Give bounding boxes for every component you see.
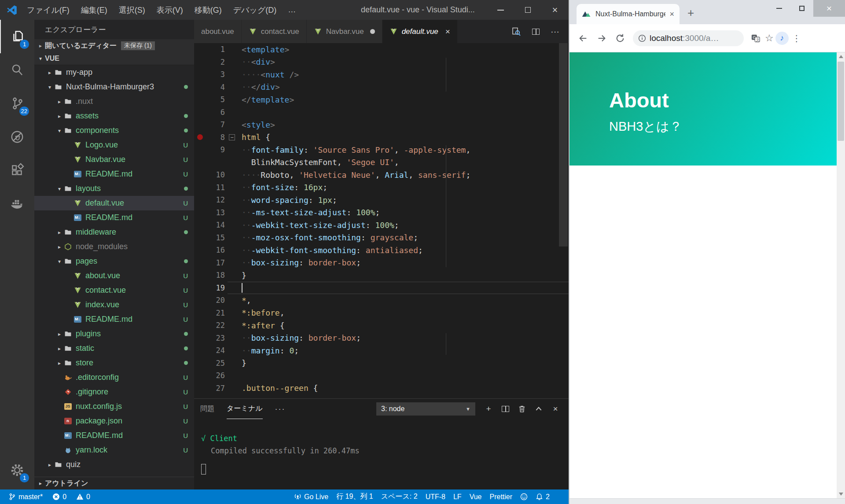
- status-smiley[interactable]: [516, 489, 532, 504]
- tree-item-static[interactable]: ▸static: [34, 341, 194, 356]
- tree-item-.editorconfig[interactable]: .editorconfigU: [34, 370, 194, 385]
- maximize-panel-icon[interactable]: [532, 402, 546, 416]
- tree-item-store[interactable]: ▸store: [34, 356, 194, 370]
- tree-item-README.md[interactable]: M↓README.mdU: [34, 428, 194, 443]
- tree-item-layouts[interactable]: ▾layouts: [34, 181, 194, 196]
- extensions-icon[interactable]: [0, 154, 34, 187]
- close-button[interactable]: ×: [541, 0, 569, 20]
- tree-item-README.md[interactable]: M↓README.mdU: [34, 312, 194, 327]
- status-0[interactable]: 0: [72, 489, 94, 504]
- scrollbar-thumb[interactable]: [838, 62, 844, 141]
- browser-menu-icon[interactable]: ⋮: [790, 33, 803, 44]
- panel-more-icon[interactable]: ···: [275, 405, 286, 414]
- terminal-select[interactable]: 3: node ▼: [376, 402, 475, 416]
- tree-item-README.md[interactable]: M↓README.mdU: [34, 210, 194, 225]
- page-scrollbar[interactable]: [837, 52, 845, 498]
- split-editor-icon[interactable]: [528, 24, 543, 39]
- tab-problems[interactable]: 問題: [200, 399, 214, 419]
- tree-item-nuxt.config.js[interactable]: JSnuxt.config.jsU: [34, 399, 194, 414]
- tab-default.vue[interactable]: default.vue×: [382, 20, 458, 43]
- tree-item-Navbar.vue[interactable]: Navbar.vueU: [34, 152, 194, 167]
- bookmark-star-icon[interactable]: ☆: [765, 33, 774, 44]
- debug-icon[interactable]: [0, 120, 34, 154]
- reload-icon[interactable]: [613, 31, 628, 46]
- tab-contact.vue[interactable]: contact.vue: [242, 20, 307, 43]
- tree-item-.nuxt[interactable]: ▸.nuxt: [34, 94, 194, 109]
- more-actions-icon[interactable]: ···: [547, 24, 562, 39]
- open-editors-section[interactable]: ▸ 開いているエディター 未保存 (1): [34, 39, 194, 52]
- music-extension-icon[interactable]: ♪: [775, 32, 789, 45]
- search-icon[interactable]: [0, 53, 34, 87]
- status-2[interactable]: 2: [532, 489, 554, 504]
- split-terminal-icon[interactable]: [498, 402, 512, 416]
- menu-item-1[interactable]: 編集(E): [75, 5, 113, 15]
- outline-section[interactable]: ▸ アウトライン: [34, 477, 194, 489]
- tree-item-README.md[interactable]: M↓README.mdU: [34, 167, 194, 181]
- tree-item-components[interactable]: ▾components: [34, 123, 194, 138]
- code-editor[interactable]: 1<template>2··<div>3····<nuxt />4··</div…: [194, 43, 569, 398]
- open-preview-icon[interactable]: [509, 24, 524, 39]
- minimize-button[interactable]: [487, 0, 514, 20]
- editor-scrollbar[interactable]: [559, 43, 568, 246]
- tree-item-package.json[interactable]: npackage.jsonU: [34, 414, 194, 428]
- breakpoint-icon[interactable]: [194, 134, 206, 140]
- settings-gear-icon[interactable]: 1: [0, 453, 34, 487]
- status-0[interactable]: 0: [48, 489, 70, 504]
- menu-item-5[interactable]: デバッグ(D): [228, 5, 283, 15]
- status--19-1[interactable]: 行 19、列 1: [332, 489, 377, 504]
- new-terminal-icon[interactable]: +: [481, 402, 496, 416]
- tree-item-default.vue[interactable]: default.vueU: [34, 196, 194, 210]
- scroll-down-icon[interactable]: [837, 490, 845, 498]
- close-panel-icon[interactable]: ×: [548, 402, 562, 416]
- tree-item-assets[interactable]: ▸assets: [34, 109, 194, 123]
- terminal-output[interactable]: √ Client Compiled successfully in 260.47…: [194, 419, 569, 475]
- fold-icon[interactable]: −: [228, 134, 236, 140]
- tree-item-pages[interactable]: ▾pages: [34, 254, 194, 269]
- status-master-[interactable]: master*: [4, 489, 47, 504]
- tree-item-Logo.vue[interactable]: Logo.vueU: [34, 138, 194, 152]
- workspace-section-header[interactable]: ▾ VUE: [34, 52, 194, 65]
- files-icon[interactable]: 1: [0, 20, 34, 53]
- tree-item-node_modules[interactable]: ▸node_modules: [34, 239, 194, 254]
- tree-item-quiz[interactable]: ▸quiz: [34, 457, 194, 472]
- status-utf-8[interactable]: UTF-8: [422, 489, 449, 504]
- browser-close-button[interactable]: ×: [813, 0, 845, 17]
- kill-terminal-icon[interactable]: [515, 402, 529, 416]
- tab-close-icon[interactable]: ×: [445, 27, 450, 37]
- tab-about.vue[interactable]: about.vue: [194, 20, 242, 43]
- tree-item-middleware[interactable]: ▸middleware: [34, 225, 194, 239]
- menu-item-3[interactable]: 表示(V): [151, 5, 189, 15]
- browser-maximize-button[interactable]: [790, 0, 813, 17]
- docker-icon[interactable]: [0, 187, 34, 221]
- tree-item-about.vue[interactable]: about.vueU: [34, 269, 194, 283]
- address-bar[interactable]: localhost:3000/a…: [633, 30, 744, 46]
- status--2[interactable]: スペース: 2: [377, 489, 422, 504]
- maximize-button[interactable]: [514, 0, 541, 20]
- tree-item-index.vue[interactable]: index.vueU: [34, 298, 194, 312]
- menu-item-6[interactable]: …: [282, 5, 301, 15]
- tree-item-.gitignore[interactable]: .gitignoreU: [34, 385, 194, 399]
- tree-item-contact.vue[interactable]: contact.vueU: [34, 283, 194, 298]
- status-go-live[interactable]: Go Live: [290, 489, 332, 504]
- menu-item-0[interactable]: ファイル(F): [21, 5, 75, 15]
- new-tab-button[interactable]: +: [687, 6, 694, 20]
- tree-item-my-app[interactable]: ▸my-app: [34, 65, 194, 80]
- browser-minimize-button[interactable]: [768, 0, 790, 17]
- browser-tab[interactable]: Nuxt-Bulma-Hamburger3 ×: [577, 4, 680, 24]
- menu-item-4[interactable]: 移動(G): [189, 5, 228, 15]
- modified-dot-icon[interactable]: [370, 29, 375, 34]
- back-icon[interactable]: [576, 31, 591, 46]
- tab-Navbar.vue[interactable]: Navbar.vue: [307, 20, 382, 43]
- tree-item-yarn.lock[interactable]: yarn.lockU: [34, 443, 194, 457]
- tree-item-plugins[interactable]: ▸plugins: [34, 327, 194, 341]
- status-prettier[interactable]: Prettier: [486, 489, 517, 504]
- status-lf[interactable]: LF: [449, 489, 466, 504]
- scroll-up-icon[interactable]: [837, 52, 845, 61]
- tab-close-icon[interactable]: ×: [669, 10, 674, 19]
- tab-terminal[interactable]: ターミナル: [227, 399, 263, 419]
- tree-item-Nuxt-Bulma-Hamburger3[interactable]: ▾Nuxt-Bulma-Hamburger3: [34, 80, 194, 94]
- status-vue[interactable]: Vue: [466, 489, 486, 504]
- menu-item-2[interactable]: 選択(S): [113, 5, 151, 15]
- source-control-icon[interactable]: 22: [0, 87, 34, 120]
- forward-icon[interactable]: [594, 31, 609, 46]
